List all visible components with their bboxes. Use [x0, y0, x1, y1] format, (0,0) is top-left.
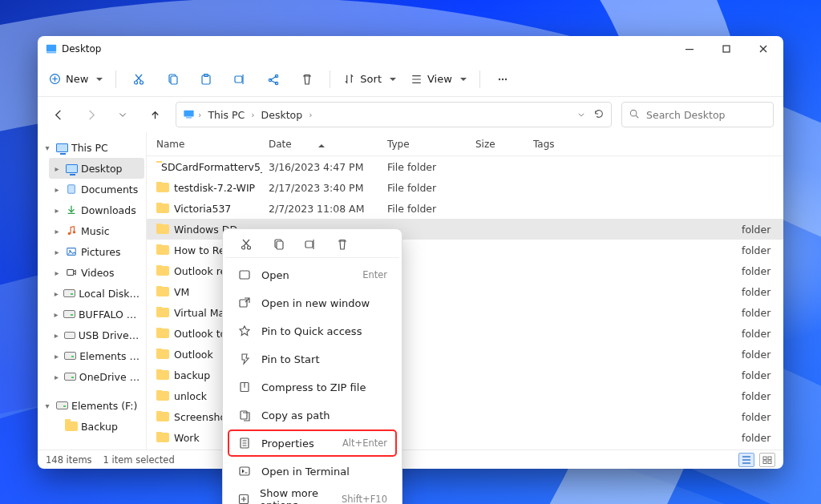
svg-rect-29	[763, 461, 766, 464]
sidebar-item[interactable]: ▸Videos	[49, 262, 144, 283]
forward-button[interactable]	[79, 103, 102, 126]
svg-rect-30	[768, 461, 771, 464]
cell-type-trail: folder	[735, 390, 783, 402]
address-dropdown[interactable]	[577, 109, 585, 121]
ctx-item-pin-to-quick-access[interactable]: Pin to Quick access	[228, 317, 397, 345]
col-date[interactable]: Date	[262, 139, 381, 150]
table-row[interactable]: Victoria5372/7/2023 11:08 AMFile folder	[147, 198, 783, 219]
delete-button[interactable]	[291, 66, 323, 93]
minimize-button[interactable]	[671, 36, 708, 62]
folder-icon	[156, 224, 169, 234]
sidebar-item[interactable]: ▸USB Drive (E:)	[49, 325, 144, 345]
expand-icon[interactable]: ▸	[52, 248, 62, 256]
col-name[interactable]: Name	[150, 139, 262, 150]
sidebar-item[interactable]: ▸Documents	[49, 179, 144, 200]
expand-icon[interactable]: ▸	[52, 185, 62, 194]
column-headers: Name Date Type Size Tags	[147, 132, 783, 156]
details-view-button[interactable]	[738, 453, 754, 467]
expand-icon[interactable]: ▸	[52, 331, 61, 340]
back-button[interactable]	[47, 103, 70, 126]
expand-icon[interactable]: ▾	[42, 401, 52, 410]
ctx-item-open[interactable]: OpenEnter	[228, 261, 397, 288]
sidebar-item[interactable]: Backup	[49, 416, 144, 437]
expand-icon[interactable]: ▸	[52, 352, 61, 361]
expand-icon[interactable]: ▸	[52, 310, 60, 319]
table-row[interactable]: SDCardFormatterv5_Wi...3/16/2023 4:47 PM…	[147, 156, 783, 177]
new-button[interactable]: New	[42, 66, 109, 93]
ctx-item-properties[interactable]: PropertiesAlt+Enter	[228, 429, 397, 457]
sidebar-item[interactable]: ▸Desktop	[49, 158, 144, 179]
crumb-desktop[interactable]: Desktop	[258, 107, 306, 123]
expand-icon[interactable]: ▸	[52, 289, 60, 298]
cell-type-trail: folder	[735, 286, 783, 298]
sidebar-item[interactable]: ▾Elements (F:)	[39, 395, 144, 416]
sidebar-item[interactable]: ▸BUFFALO MiniS	[49, 304, 144, 325]
search-box[interactable]: Search Desktop	[621, 102, 774, 127]
sidebar-item[interactable]: ▸Local Disk (C:)	[49, 283, 144, 304]
address-bar[interactable]: › This PC › Desktop ›	[176, 102, 612, 127]
up-button[interactable]	[144, 103, 166, 126]
sidebar-item[interactable]: ▸Elements (F:)	[49, 345, 144, 366]
svg-point-5	[135, 81, 138, 84]
ctx-item-open-in-new-window[interactable]: Open in new window	[228, 289, 397, 317]
sort-button[interactable]: Sort	[337, 66, 402, 93]
col-tags[interactable]: Tags	[527, 139, 591, 150]
expand-icon[interactable]: ▸	[52, 373, 61, 381]
cell-name: testdisk-7.2-WIP	[150, 182, 262, 194]
ctx-item-pin-to-start[interactable]: Pin to Start	[228, 345, 397, 373]
search-icon	[629, 108, 640, 122]
sidebar-item-label: Videos	[81, 267, 115, 279]
ctx-item-show-more-options[interactable]: Show more optionsShift+F10	[228, 486, 397, 504]
sidebar-item[interactable]: ▸Pictures	[49, 241, 144, 262]
expand-icon[interactable]: ▸	[52, 268, 62, 277]
sidebar-item[interactable]: ▸Music	[49, 220, 144, 241]
cut-button[interactable]	[123, 66, 155, 93]
sort-label: Sort	[360, 73, 382, 85]
folder-icon	[156, 349, 169, 359]
sidebar[interactable]: ▾This PC▸Desktop▸Documents▸Downloads▸Mus…	[38, 132, 147, 450]
ctx-item-icon	[237, 437, 252, 450]
paste-button[interactable]	[190, 66, 222, 93]
ctx-item-label: Open in Terminal	[261, 466, 350, 478]
expand-icon[interactable]: ▸	[52, 164, 62, 173]
new-label: New	[66, 73, 88, 85]
address-icon	[183, 108, 195, 122]
ctx-copy-icon[interactable]	[270, 236, 286, 252]
icons-view-button[interactable]	[759, 453, 775, 467]
expand-icon[interactable]: ▾	[42, 143, 52, 152]
status-bar: 148 items 1 item selected	[38, 450, 783, 469]
share-button[interactable]	[257, 66, 289, 93]
recent-button[interactable]	[111, 103, 134, 126]
col-type[interactable]: Type	[381, 139, 469, 150]
table-row[interactable]: testdisk-7.2-WIP2/17/2023 3:40 PMFile fo…	[147, 177, 783, 198]
ctx-item-compress-to-zip-file[interactable]: Compress to ZIP file	[228, 373, 397, 401]
view-button[interactable]: View	[404, 66, 473, 93]
folder-icon	[156, 245, 169, 255]
ctx-item-open-in-terminal[interactable]: Open in Terminal	[228, 458, 397, 485]
folder-icon	[156, 183, 169, 192]
col-size[interactable]: Size	[469, 139, 527, 150]
ctx-item-copy-as-path[interactable]: Copy as path	[228, 401, 397, 429]
svg-rect-41	[240, 467, 249, 475]
maximize-button[interactable]	[708, 36, 745, 62]
toolbar: New Sort View	[38, 62, 783, 97]
copy-button[interactable]	[156, 66, 188, 93]
more-button[interactable]	[487, 66, 519, 93]
download-icon	[65, 204, 78, 216]
rename-button[interactable]	[224, 66, 256, 93]
crumb-this-pc[interactable]: This PC	[204, 107, 248, 123]
sidebar-item[interactable]: ▸OneDrive (X:)	[49, 366, 144, 387]
ctx-cut-icon[interactable]	[238, 236, 254, 252]
cell-date: 2/7/2023 11:08 AM	[262, 203, 381, 215]
sidebar-item[interactable]: ▸Downloads	[49, 200, 144, 220]
expand-icon[interactable]: ▸	[52, 206, 62, 215]
refresh-button[interactable]	[593, 108, 605, 122]
sidebar-item[interactable]: ▾This PC	[39, 137, 144, 158]
chevron-icon: ›	[251, 110, 254, 120]
ctx-delete-icon[interactable]	[334, 236, 350, 252]
ctx-rename-icon[interactable]	[302, 236, 318, 252]
cell-type: File folder	[381, 161, 469, 173]
close-button[interactable]	[745, 36, 782, 62]
svg-rect-19	[186, 117, 192, 118]
expand-icon[interactable]: ▸	[52, 227, 62, 236]
